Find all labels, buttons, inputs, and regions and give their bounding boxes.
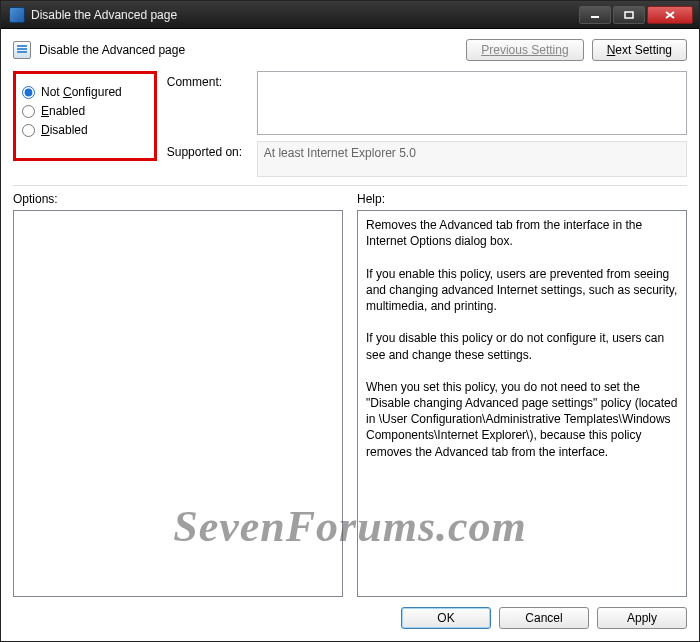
- options-pane-col: Options:: [13, 192, 343, 597]
- window-title: Disable the Advanced page: [31, 8, 577, 22]
- policy-icon: [13, 41, 31, 59]
- maximize-button[interactable]: [613, 6, 645, 24]
- comment-input[interactable]: [257, 71, 687, 135]
- next-setting-button[interactable]: Next Setting: [592, 39, 687, 61]
- configuration-row: Not Configured Enabled Disabled Comment:…: [13, 71, 687, 177]
- footer-buttons: OK Cancel Apply: [13, 597, 687, 629]
- titlebar: Disable the Advanced page: [1, 1, 699, 29]
- help-label: Help:: [357, 192, 687, 206]
- supported-label: Supported on:: [167, 141, 257, 159]
- help-pane-col: Help: Removes the Advanced tab from the …: [357, 192, 687, 597]
- radio-enabled[interactable]: Enabled: [22, 104, 122, 118]
- state-radio-group: Not Configured Enabled Disabled: [13, 71, 157, 161]
- supported-value: At least Internet Explorer 5.0: [257, 141, 687, 177]
- radio-not-configured-label: Not Configured: [41, 85, 122, 99]
- radio-enabled-label: Enabled: [41, 104, 85, 118]
- header-row: Disable the Advanced page Previous Setti…: [13, 39, 687, 61]
- close-icon: [665, 11, 675, 19]
- nav-buttons: Previous Setting Next Setting: [466, 39, 687, 61]
- window-buttons: [577, 6, 693, 24]
- options-label: Options:: [13, 192, 343, 206]
- content-area: Disable the Advanced page Previous Setti…: [1, 29, 699, 641]
- radio-not-configured[interactable]: Not Configured: [22, 85, 122, 99]
- minimize-icon: [590, 11, 600, 19]
- radio-disabled-label: Disabled: [41, 123, 88, 137]
- ok-button[interactable]: OK: [401, 607, 491, 629]
- app-icon: [9, 7, 25, 23]
- svg-rect-1: [625, 12, 633, 18]
- previous-setting-button[interactable]: Previous Setting: [466, 39, 583, 61]
- close-button[interactable]: [647, 6, 693, 24]
- panes: Options: Help: Removes the Advanced tab …: [13, 192, 687, 597]
- radio-not-configured-input[interactable]: [22, 86, 35, 99]
- fields-grid: Comment: Supported on: At least Internet…: [167, 71, 687, 177]
- page-title: Disable the Advanced page: [39, 43, 466, 57]
- radio-disabled[interactable]: Disabled: [22, 123, 122, 137]
- apply-button[interactable]: Apply: [597, 607, 687, 629]
- cancel-button[interactable]: Cancel: [499, 607, 589, 629]
- maximize-icon: [624, 11, 634, 19]
- help-pane[interactable]: Removes the Advanced tab from the interf…: [357, 210, 687, 597]
- next-setting-label: Next Setting: [607, 43, 672, 57]
- minimize-button[interactable]: [579, 6, 611, 24]
- radio-disabled-input[interactable]: [22, 124, 35, 137]
- radio-enabled-input[interactable]: [22, 105, 35, 118]
- options-pane[interactable]: [13, 210, 343, 597]
- comment-label: Comment:: [167, 71, 257, 89]
- divider: [13, 185, 687, 186]
